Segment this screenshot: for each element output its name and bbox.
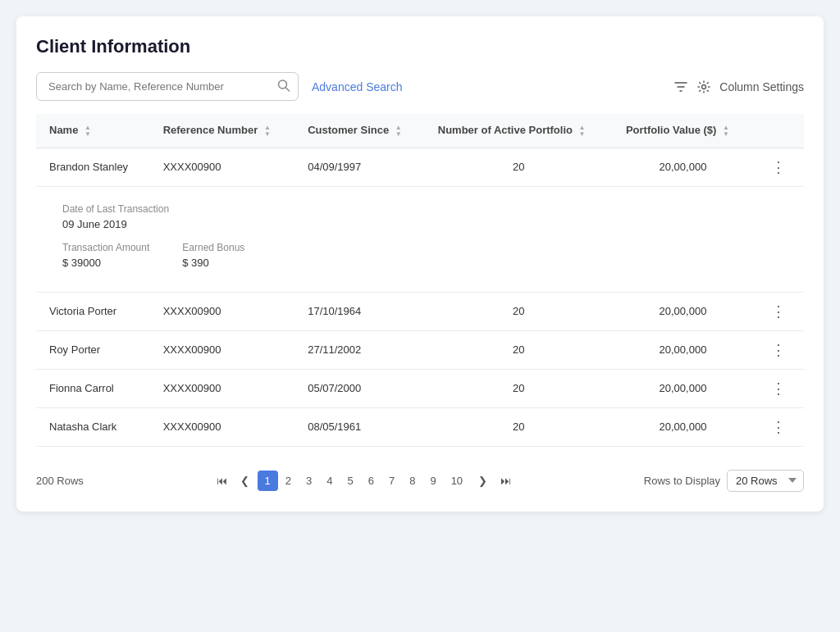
last-page-button[interactable]: ⏭ — [495, 471, 516, 491]
cell-active-portfolio: 20 — [425, 330, 613, 369]
cell-ref-number: XXXX00900 — [150, 148, 295, 186]
pagination-controls: ⏮ ❮ 12345678910 ❯ ⏭ — [212, 471, 517, 491]
transaction-amount-value: $ 39000 — [62, 257, 101, 269]
row-menu-button[interactable]: ⋮ — [766, 418, 791, 436]
cell-customer-since: 05/07/2000 — [294, 369, 425, 407]
page-button-8[interactable]: 8 — [402, 471, 422, 491]
cell-portfolio-value: 20,00,000 — [613, 330, 753, 369]
cell-actions: ⋮ — [753, 148, 804, 186]
cell-actions: ⋮ — [753, 407, 804, 446]
col-since-label: Customer Since — [308, 124, 389, 136]
table-row: Roy Porter XXXX00900 27/11/2002 20 20,00… — [36, 330, 804, 369]
cell-ref-number: XXXX00900 — [150, 407, 295, 446]
column-settings-button[interactable] — [696, 80, 711, 94]
svg-point-2 — [702, 84, 706, 89]
page-button-2[interactable]: 2 — [278, 471, 299, 491]
col-value-label: Portfolio Value ($) — [626, 124, 717, 136]
col-actions — [753, 114, 804, 148]
portfolio-sort-icons[interactable]: ▲▼ — [579, 125, 586, 138]
table-body: Brandon Stanley XXXX00900 04/09/1997 20 … — [36, 148, 804, 446]
next-page-button[interactable]: ❯ — [473, 471, 492, 491]
page-button-9[interactable]: 9 — [422, 471, 443, 491]
search-input[interactable] — [36, 72, 299, 101]
cell-portfolio-value: 20,00,000 — [613, 148, 753, 186]
date-of-last-transaction-label: Date of Last Transaction — [62, 203, 778, 215]
cell-ref-number: XXXX00900 — [150, 292, 295, 330]
cell-name: Brandon Stanley — [36, 148, 150, 186]
table-row: Brandon Stanley XXXX00900 04/09/1997 20 … — [36, 148, 804, 186]
row-count: 200 Rows — [36, 475, 84, 487]
table-header: Name ▲▼ Reference Number ▲▼ Customer Sin… — [36, 114, 804, 148]
page-button-4[interactable]: 4 — [319, 471, 340, 491]
col-portfolio-label: Number of Active Portfolio — [438, 124, 573, 136]
col-portfolio-value[interactable]: Portfolio Value ($) ▲▼ — [613, 114, 753, 148]
page-title: Client Information — [36, 36, 804, 57]
cell-name: Fionna Carrol — [36, 369, 150, 407]
col-ref-label: Reference Number — [163, 124, 258, 136]
cell-name: Roy Porter — [36, 330, 150, 369]
date-of-last-transaction-value: 09 June 2019 — [62, 218, 778, 230]
cell-ref-number: XXXX00900 — [150, 369, 295, 407]
prev-page-button[interactable]: ❮ — [235, 471, 254, 491]
row-menu-button[interactable]: ⋮ — [766, 302, 791, 321]
detail-grid: Transaction Amount $ 39000 Earned Bonus … — [62, 242, 778, 269]
page-button-6[interactable]: 6 — [361, 471, 381, 491]
transaction-amount-item: Transaction Amount $ 39000 — [62, 242, 149, 269]
cell-customer-since: 17/10/1964 — [294, 292, 425, 330]
table-row: Victoria Porter XXXX00900 17/10/1964 20 … — [36, 292, 804, 330]
name-sort-icons[interactable]: ▲▼ — [84, 125, 91, 138]
rows-per-page-select[interactable]: 10 Rows20 Rows50 Rows100 Rows — [727, 470, 804, 492]
first-page-button[interactable]: ⏮ — [212, 471, 232, 491]
col-name[interactable]: Name ▲▼ — [36, 114, 150, 148]
svg-line-1 — [286, 88, 290, 91]
cell-customer-since: 27/11/2002 — [294, 330, 425, 369]
gear-icon — [696, 80, 711, 94]
table-row: Fionna Carrol XXXX00900 05/07/2000 20 20… — [36, 369, 804, 407]
cell-ref-number: XXXX00900 — [150, 330, 295, 369]
pagination-bar: 200 Rows ⏮ ❮ 12345678910 ❯ ⏭ Rows to Dis… — [36, 460, 804, 492]
row-menu-button[interactable]: ⋮ — [766, 380, 791, 398]
page-button-7[interactable]: 7 — [381, 471, 402, 491]
earned-bonus-value: $ 390 — [182, 257, 209, 269]
page-button-3[interactable]: 3 — [299, 471, 319, 491]
search-icon — [277, 79, 290, 92]
col-ref-number[interactable]: Reference Number ▲▼ — [150, 114, 295, 148]
filter-button[interactable] — [673, 80, 688, 94]
page-container: Client Information Advanced Search — [16, 16, 824, 512]
row-menu-button[interactable]: ⋮ — [766, 341, 791, 359]
filter-icon — [673, 80, 688, 94]
cell-active-portfolio: 20 — [425, 407, 613, 446]
rows-display-label: Rows to Display — [644, 475, 720, 487]
expanded-content: Date of Last Transaction 09 June 2019 Tr… — [49, 197, 791, 282]
cell-portfolio-value: 20,00,000 — [613, 292, 753, 330]
since-sort-icons[interactable]: ▲▼ — [395, 125, 402, 138]
cell-customer-since: 08/05/1961 — [294, 407, 425, 446]
earned-bonus-item: Earned Bonus $ 390 — [182, 242, 244, 269]
cell-portfolio-value: 20,00,000 — [613, 369, 753, 407]
cell-active-portfolio: 20 — [425, 292, 613, 330]
cell-actions: ⋮ — [753, 369, 804, 407]
cell-actions: ⋮ — [753, 330, 804, 369]
expanded-cell: Date of Last Transaction 09 June 2019 Tr… — [36, 186, 804, 292]
transaction-amount-label: Transaction Amount — [62, 242, 149, 253]
page-button-10[interactable]: 10 — [444, 471, 470, 491]
column-settings-label[interactable]: Column Settings — [719, 80, 804, 93]
search-wrapper — [36, 72, 299, 101]
col-active-portfolio[interactable]: Number of Active Portfolio ▲▼ — [425, 114, 613, 148]
cell-customer-since: 04/09/1997 — [294, 148, 425, 186]
ref-sort-icons[interactable]: ▲▼ — [264, 125, 271, 138]
cell-name: Victoria Porter — [36, 292, 150, 330]
value-sort-icons[interactable]: ▲▼ — [723, 125, 729, 138]
cell-actions: ⋮ — [753, 292, 804, 330]
expanded-row: Date of Last Transaction 09 June 2019 Tr… — [36, 186, 804, 292]
cell-portfolio-value: 20,00,000 — [613, 407, 753, 446]
page-button-5[interactable]: 5 — [340, 471, 360, 491]
page-buttons: 12345678910 — [258, 471, 471, 491]
search-icon-button[interactable] — [277, 79, 290, 94]
col-customer-since[interactable]: Customer Since ▲▼ — [294, 114, 425, 148]
page-button-1[interactable]: 1 — [258, 471, 278, 491]
row-menu-button[interactable]: ⋮ — [766, 158, 791, 176]
advanced-search-link[interactable]: Advanced Search — [312, 80, 403, 93]
rows-display: Rows to Display 10 Rows20 Rows50 Rows100… — [644, 470, 804, 492]
table-row: Natasha Clark XXXX00900 08/05/1961 20 20… — [36, 407, 804, 446]
